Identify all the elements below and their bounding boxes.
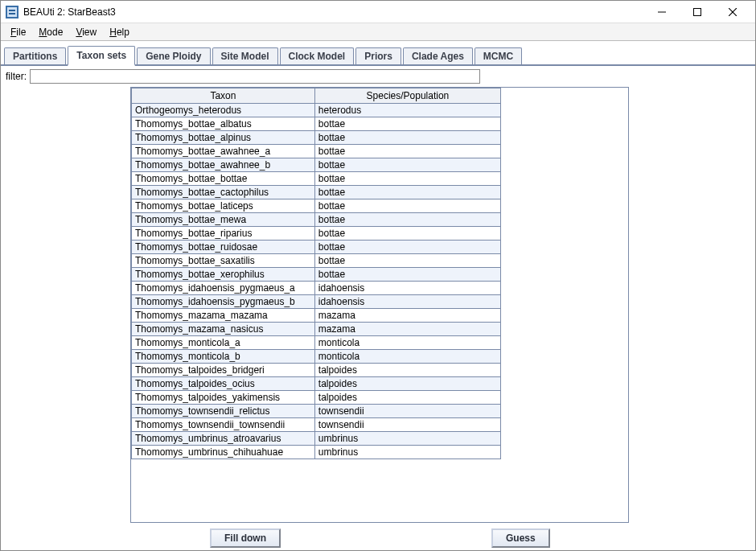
cell-taxon[interactable]: Thomomys_umbrinus_chihuahuae — [132, 446, 315, 459]
cell-species[interactable]: mazama — [314, 309, 500, 323]
cell-taxon[interactable]: Thomomys_bottae_bottae — [132, 172, 315, 186]
minimize-button[interactable] — [644, 2, 680, 23]
table-row[interactable]: Thomomys_monticola_bmonticola — [132, 350, 501, 364]
cell-taxon[interactable]: Thomomys_talpoides_yakimensis — [132, 391, 315, 405]
tab-mcmc[interactable]: MCMC — [475, 47, 522, 64]
table-row[interactable]: Thomomys_mazama_mazamamazama — [132, 309, 501, 323]
cell-taxon[interactable]: Thomomys_bottae_ruidosae — [132, 241, 315, 254]
table-row[interactable]: Thomomys_bottae_ruidosaebottae — [132, 241, 501, 254]
maximize-button[interactable] — [680, 2, 715, 23]
cell-taxon[interactable]: Thomomys_townsendii_relictus — [132, 405, 315, 418]
tab-priors[interactable]: Priors — [355, 47, 401, 64]
table-row[interactable]: Thomomys_talpoides_ociustalpoides — [132, 377, 501, 391]
cell-taxon[interactable]: Thomomys_bottae_cactophilus — [132, 186, 315, 199]
cell-species[interactable]: idahoensis — [314, 295, 500, 309]
table-row[interactable]: Thomomys_bottae_alpinusbottae — [132, 131, 501, 145]
table-row[interactable]: Thomomys_bottae_cactophilusbottae — [132, 186, 501, 199]
table-row[interactable]: Thomomys_idahoensis_pygmaeus_aidahoensis — [132, 282, 501, 295]
cell-species[interactable]: bottae — [314, 227, 500, 241]
cell-species[interactable]: bottae — [314, 186, 500, 199]
menu-item-file[interactable]: File — [6, 25, 31, 39]
cell-species[interactable]: mazama — [314, 323, 500, 336]
cell-taxon[interactable]: Thomomys_monticola_b — [132, 350, 315, 364]
cell-species[interactable]: idahoensis — [314, 282, 500, 295]
cell-taxon[interactable]: Thomomys_bottae_riparius — [132, 227, 315, 241]
table-row[interactable]: Thomomys_idahoensis_pygmaeus_bidahoensis — [132, 295, 501, 309]
cell-species[interactable]: townsendii — [314, 405, 500, 418]
cell-species[interactable]: umbrinus — [314, 432, 500, 446]
table-row[interactable]: Thomomys_bottae_ripariusbottae — [132, 227, 501, 241]
cell-species[interactable]: monticola — [314, 336, 500, 350]
cell-taxon[interactable]: Thomomys_monticola_a — [132, 336, 315, 350]
table-row[interactable]: Thomomys_bottae_albatusbottae — [132, 117, 501, 131]
table-row[interactable]: Thomomys_talpoides_bridgeritalpoides — [132, 364, 501, 377]
tab-clade-ages[interactable]: Clade Ages — [403, 47, 473, 64]
cell-taxon[interactable]: Thomomys_townsendii_townsendii — [132, 418, 315, 432]
cell-taxon[interactable]: Thomomys_idahoensis_pygmaeus_b — [132, 295, 315, 309]
taxon-table[interactable]: Taxon Species/Population Orthogeomys_het… — [131, 88, 501, 459]
table-row[interactable]: Thomomys_talpoides_yakimensistalpoides — [132, 391, 501, 405]
cell-species[interactable]: talpoides — [314, 377, 500, 391]
table-row[interactable]: Thomomys_bottae_awahnee_abottae — [132, 145, 501, 158]
cell-species[interactable]: bottae — [314, 268, 500, 282]
cell-species[interactable]: bottae — [314, 241, 500, 254]
cell-species[interactable]: bottae — [314, 158, 500, 172]
table-row[interactable]: Thomomys_umbrinus_atroavariusumbrinus — [132, 432, 501, 446]
table-row[interactable]: Thomomys_umbrinus_chihuahuaeumbrinus — [132, 446, 501, 459]
column-header-species[interactable]: Species/Population — [314, 88, 500, 104]
cell-taxon[interactable]: Thomomys_bottae_awahnee_a — [132, 145, 315, 158]
table-row[interactable]: Thomomys_bottae_xerophilusbottae — [132, 268, 501, 282]
guess-button[interactable]: Guess — [491, 528, 550, 548]
tab-clock-model[interactable]: Clock Model — [280, 47, 355, 64]
cell-taxon[interactable]: Thomomys_mazama_nasicus — [132, 323, 315, 336]
cell-taxon[interactable]: Orthogeomys_heterodus — [132, 104, 315, 117]
table-row[interactable]: Orthogeomys_heterodusheterodus — [132, 104, 501, 117]
cell-species[interactable]: bottae — [314, 254, 500, 268]
table-row[interactable]: Thomomys_townsendii_townsendiitownsendii — [132, 418, 501, 432]
table-row[interactable]: Thomomys_bottae_saxatilisbottae — [132, 254, 501, 268]
tab-site-model[interactable]: Site Model — [212, 47, 278, 64]
filter-input[interactable] — [30, 69, 480, 84]
cell-species[interactable]: townsendii — [314, 418, 500, 432]
cell-taxon[interactable]: Thomomys_bottae_laticeps — [132, 199, 315, 213]
table-row[interactable]: Thomomys_bottae_awahnee_bbottae — [132, 158, 501, 172]
tab-partitions[interactable]: Partitions — [4, 47, 66, 64]
tab-taxon-sets[interactable]: Taxon sets — [68, 46, 135, 66]
table-row[interactable]: Thomomys_bottae_bottaebottae — [132, 172, 501, 186]
table-row[interactable]: Thomomys_bottae_mewabottae — [132, 213, 501, 227]
cell-taxon[interactable]: Thomomys_bottae_mewa — [132, 213, 315, 227]
table-row[interactable]: Thomomys_monticola_amonticola — [132, 336, 501, 350]
cell-taxon[interactable]: Thomomys_bottae_xerophilus — [132, 268, 315, 282]
cell-taxon[interactable]: Thomomys_bottae_awahnee_b — [132, 158, 315, 172]
cell-species[interactable]: monticola — [314, 350, 500, 364]
cell-taxon[interactable]: Thomomys_bottae_alpinus — [132, 131, 315, 145]
close-button[interactable] — [715, 2, 750, 23]
table-row[interactable]: Thomomys_mazama_nasicusmazama — [132, 323, 501, 336]
table-row[interactable]: Thomomys_townsendii_relictustownsendii — [132, 405, 501, 418]
cell-species[interactable]: talpoides — [314, 364, 500, 377]
cell-species[interactable]: bottae — [314, 145, 500, 158]
tab-gene-ploidy[interactable]: Gene Ploidy — [137, 47, 210, 64]
cell-species[interactable]: talpoides — [314, 391, 500, 405]
menu-item-view[interactable]: View — [71, 25, 101, 39]
cell-species[interactable]: bottae — [314, 117, 500, 131]
cell-taxon[interactable]: Thomomys_bottae_albatus — [132, 117, 315, 131]
cell-taxon[interactable]: Thomomys_umbrinus_atroavarius — [132, 432, 315, 446]
cell-taxon[interactable]: Thomomys_bottae_saxatilis — [132, 254, 315, 268]
cell-taxon[interactable]: Thomomys_idahoensis_pygmaeus_a — [132, 282, 315, 295]
cell-species[interactable]: bottae — [314, 199, 500, 213]
cell-species[interactable]: umbrinus — [314, 446, 500, 459]
table-row[interactable]: Thomomys_bottae_laticepsbottae — [132, 199, 501, 213]
svg-rect-2 — [9, 10, 15, 11]
cell-taxon[interactable]: Thomomys_talpoides_bridgeri — [132, 364, 315, 377]
cell-taxon[interactable]: Thomomys_mazama_mazama — [132, 309, 315, 323]
cell-species[interactable]: bottae — [314, 172, 500, 186]
cell-species[interactable]: heterodus — [314, 104, 500, 117]
menu-item-help[interactable]: Help — [105, 25, 134, 39]
column-header-taxon[interactable]: Taxon — [132, 88, 315, 104]
menu-item-mode[interactable]: Mode — [34, 25, 68, 39]
fill-down-button[interactable]: Fill down — [210, 528, 281, 548]
cell-species[interactable]: bottae — [314, 131, 500, 145]
cell-species[interactable]: bottae — [314, 213, 500, 227]
cell-taxon[interactable]: Thomomys_talpoides_ocius — [132, 377, 315, 391]
